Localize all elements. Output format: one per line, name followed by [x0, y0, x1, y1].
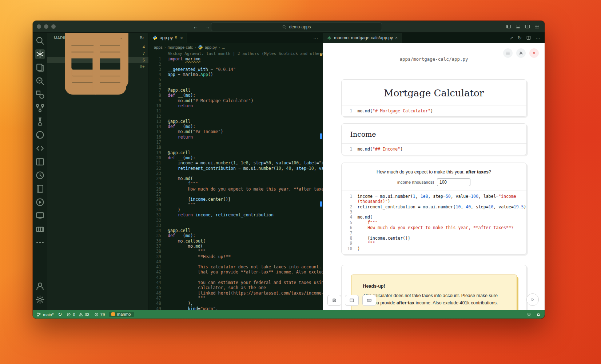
- code-line[interactable]: 30 ): [149, 207, 323, 212]
- github-icon[interactable]: [35, 130, 45, 140]
- code-line[interactable]: 24 mo.md(: [149, 176, 323, 181]
- code-line[interactable]: 34@app.cell: [149, 228, 323, 233]
- code-line[interactable]: 15 mo.md("## Income"): [149, 129, 323, 134]
- zoom-window-button[interactable]: [51, 24, 56, 29]
- git-branch-status[interactable]: main*: [36, 312, 53, 317]
- code-line[interactable]: 16 return: [149, 135, 323, 140]
- sync-status[interactable]: ↻: [58, 312, 62, 317]
- code-line[interactable]: 37 mo.md(: [149, 244, 323, 249]
- code-compare-icon[interactable]: [35, 143, 45, 153]
- tab-marimo-webview[interactable]: marimo: mortgage-calc/app.py ×: [323, 33, 402, 43]
- keyboard-shortcuts-button[interactable]: [362, 295, 376, 306]
- code-line[interactable]: 49 kind="warn",: [149, 306, 323, 310]
- code-line[interactable]: 1import marimo: [149, 56, 323, 61]
- code-line[interactable]: 43: [149, 275, 323, 280]
- split-editor-icon[interactable]: [526, 35, 531, 40]
- code-line[interactable]: 13@app.cell: [149, 119, 323, 124]
- tab-app-py[interactable]: app.py 5 ×: [149, 33, 187, 43]
- monitor-icon[interactable]: [35, 211, 45, 221]
- search-icon[interactable]: [35, 36, 45, 46]
- code-line[interactable]: 10 return: [149, 103, 323, 108]
- command-center-search[interactable]: demo-apps: [211, 23, 382, 31]
- close-window-button[interactable]: [37, 24, 41, 29]
- code-line[interactable]: 32: [149, 218, 323, 223]
- code-line[interactable]: 11: [149, 108, 323, 113]
- shapes-icon[interactable]: [35, 89, 45, 100]
- code-line[interactable]: 27: [149, 192, 323, 197]
- app-menu-button[interactable]: [503, 48, 513, 58]
- code-line[interactable]: 29 """: [149, 202, 323, 207]
- more-icon[interactable]: [35, 237, 45, 248]
- webview-more-actions-icon[interactable]: ⋯: [536, 35, 540, 41]
- customize-layout-icon[interactable]: [534, 24, 540, 29]
- code-line[interactable]: 14def __(mo):: [149, 124, 323, 129]
- minimize-window-button[interactable]: [44, 24, 48, 29]
- code-line[interactable]: 19@app.cell: [149, 150, 323, 155]
- cell-code[interactable]: 1mo.md("# Mortgage Calculator"): [342, 105, 526, 116]
- cell-code[interactable]: 1income = mo.ui.number(1, 1e8, step=50, …: [342, 191, 526, 254]
- code-line[interactable]: 39 **Heads-up!**: [149, 254, 323, 259]
- container-icon[interactable]: [35, 224, 45, 234]
- pages-icon[interactable]: [35, 63, 45, 73]
- run-icon[interactable]: [35, 197, 45, 207]
- code-line[interactable]: 41 This calculator does not take taxes i…: [149, 264, 323, 269]
- income-input[interactable]: [437, 178, 470, 186]
- code-line[interactable]: 40: [149, 259, 323, 264]
- code-line[interactable]: 31 return income, retirement_contributio…: [149, 212, 323, 217]
- problems-status[interactable]: 0 33: [66, 312, 89, 317]
- app-settings-button[interactable]: [516, 48, 526, 58]
- code-line[interactable]: 6: [149, 83, 323, 88]
- back-icon[interactable]: ←: [193, 24, 198, 30]
- layout-icon[interactable]: [35, 157, 45, 167]
- code-line[interactable]: 4app = marimo.App(): [149, 72, 323, 77]
- open-external-icon[interactable]: ↗: [509, 35, 513, 41]
- code-line[interactable]: 3__generated_with = "0.0.14": [149, 67, 323, 72]
- app-close-button[interactable]: ×: [529, 48, 539, 58]
- code-line[interactable]: 28 {income.center()}: [149, 197, 323, 202]
- reload-webview-icon[interactable]: ↻: [518, 35, 522, 41]
- marimo-status[interactable]: marimo: [109, 312, 134, 317]
- code-line[interactable]: 38 """: [149, 249, 323, 254]
- forward-icon[interactable]: →: [205, 24, 210, 30]
- editor-more-actions-icon[interactable]: ⋯: [309, 33, 323, 43]
- code-line[interactable]: 44 You can estimate your federal and sta…: [149, 280, 323, 285]
- beaker-icon[interactable]: [35, 116, 45, 127]
- pipeline-icon[interactable]: [35, 103, 45, 113]
- run-app-button[interactable]: [526, 293, 539, 306]
- code-line[interactable]: 26 How much do you expect to make this y…: [149, 187, 323, 192]
- breadcrumb-folder[interactable]: mortgage-calc: [168, 45, 193, 49]
- close-tab-icon[interactable]: ×: [395, 35, 398, 40]
- bug-report-icon[interactable]: [526, 312, 532, 317]
- code-editor[interactable]: Akshay Agrawal, last month | 2 authors (…: [149, 51, 323, 310]
- hints-status[interactable]: 79: [94, 312, 105, 317]
- code-line[interactable]: 35def __(mo):: [149, 233, 323, 238]
- code-line[interactable]: 18: [149, 145, 323, 150]
- breadcrumb-file[interactable]: app.py: [205, 45, 217, 49]
- breadcrumb-symbol[interactable]: ...: [222, 45, 225, 49]
- code-line[interactable]: 7@app.cell: [149, 88, 323, 93]
- search-run-icon[interactable]: [35, 76, 45, 86]
- refresh-icon[interactable]: ↻: [140, 35, 144, 41]
- save-button[interactable]: [327, 295, 341, 306]
- notebook-icon[interactable]: [35, 184, 45, 194]
- rename-file-button[interactable]: [345, 295, 359, 306]
- code-line[interactable]: 5: [149, 77, 323, 82]
- marimo-icon[interactable]: [35, 49, 45, 59]
- code-line[interactable]: 46 [linked here](https://smartasset.com/…: [149, 291, 323, 296]
- code-line[interactable]: 23: [149, 171, 323, 176]
- code-line[interactable]: 45 calculator, such as the one: [149, 285, 323, 290]
- code-line[interactable]: 20def __(mo):: [149, 155, 323, 160]
- code-line[interactable]: 8def __(mo):: [149, 93, 323, 98]
- history-icon[interactable]: [35, 170, 45, 180]
- toggle-secondary-sidebar-icon[interactable]: [525, 24, 530, 29]
- settings-icon[interactable]: [35, 295, 45, 305]
- account-icon[interactable]: [35, 281, 45, 291]
- code-line[interactable]: 48 ),: [149, 301, 323, 306]
- code-line[interactable]: 12: [149, 114, 323, 119]
- code-line[interactable]: 47 """: [149, 296, 323, 301]
- file-item[interactable]: pdfchat/app.py9+: [47, 63, 148, 70]
- toggle-panel-icon[interactable]: [516, 24, 521, 29]
- toggle-sidebar-icon[interactable]: [506, 24, 511, 29]
- close-tab-icon[interactable]: ×: [180, 35, 183, 41]
- breadcrumb-apps[interactable]: apps: [154, 45, 163, 49]
